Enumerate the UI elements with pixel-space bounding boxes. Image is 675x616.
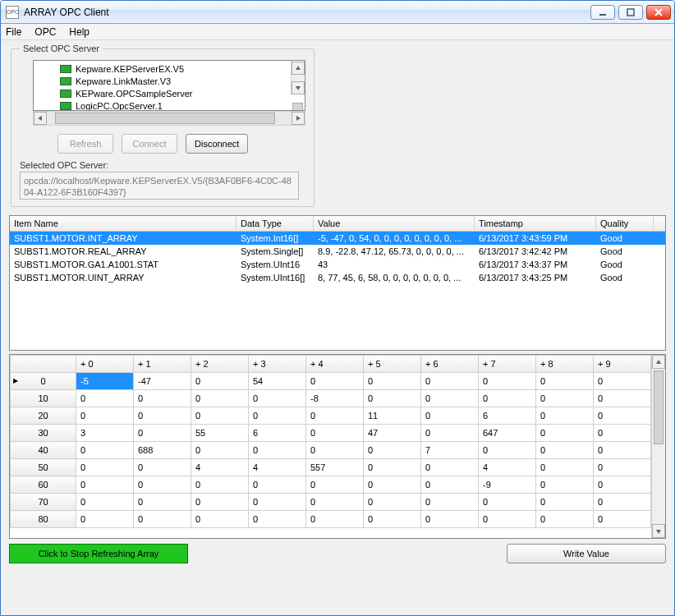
array-cell[interactable]: 0 xyxy=(479,390,536,407)
scroll-up-icon[interactable] xyxy=(292,62,305,75)
array-cell[interactable]: 6 xyxy=(249,425,306,442)
scroll-down-icon[interactable] xyxy=(292,81,305,94)
array-cell[interactable]: -8 xyxy=(306,390,364,407)
array-cell[interactable]: 688 xyxy=(134,442,191,459)
array-cell[interactable]: 0 xyxy=(536,459,594,476)
menu-opc[interactable]: OPC xyxy=(34,26,56,38)
connect-button[interactable]: Connect xyxy=(122,134,177,154)
array-cell[interactable]: 0 xyxy=(191,442,249,459)
array-cell[interactable]: 0 xyxy=(249,511,306,528)
array-cell[interactable]: -9 xyxy=(479,476,536,494)
array-cell[interactable]: 0 xyxy=(421,459,479,476)
array-cell[interactable]: 0 xyxy=(191,390,249,407)
array-cell[interactable]: 0 xyxy=(191,511,249,528)
array-cell[interactable]: 0 xyxy=(364,476,421,494)
array-cell[interactable]: 0 xyxy=(536,425,594,442)
array-cell[interactable]: 0 xyxy=(76,390,134,407)
col-quality[interactable]: Quality xyxy=(596,216,654,231)
item-row[interactable]: SUBST1.MOTOR.UINT_ARRAYSystem.UInt16[]8,… xyxy=(10,271,665,284)
array-row-header[interactable]: 10 xyxy=(11,390,76,407)
array-cell[interactable]: 0 xyxy=(76,494,134,511)
array-cell[interactable]: 0 xyxy=(134,425,191,442)
array-cell[interactable]: 0 xyxy=(364,494,421,511)
array-cell[interactable]: 0 xyxy=(536,407,594,425)
array-row-header[interactable]: 30 xyxy=(11,425,76,442)
array-col-header[interactable]: + 2 xyxy=(191,356,249,373)
array-cell[interactable]: 0 xyxy=(306,373,364,390)
scroll-down-icon[interactable] xyxy=(652,524,665,538)
array-cell[interactable]: 0 xyxy=(364,511,421,528)
toggle-refresh-array-button[interactable]: Click to Stop Refreshing Array xyxy=(9,544,188,563)
array-row[interactable]: 0-5-47054000000 xyxy=(11,373,651,390)
array-cell[interactable]: 47 xyxy=(364,425,421,442)
array-cell[interactable]: 0 xyxy=(594,442,651,459)
array-cell[interactable]: 0 xyxy=(594,407,651,425)
array-cell[interactable]: 0 xyxy=(249,494,306,511)
col-item-name[interactable]: Item Name xyxy=(10,216,236,231)
array-cell[interactable]: 0 xyxy=(306,494,364,511)
array-cell[interactable]: 0 xyxy=(306,511,364,528)
array-cell[interactable]: 0 xyxy=(76,459,134,476)
array-cell[interactable]: 0 xyxy=(134,407,191,425)
array-cell[interactable]: 0 xyxy=(134,494,191,511)
array-cell[interactable]: 0 xyxy=(594,390,651,407)
array-row-header[interactable]: 80 xyxy=(11,511,76,528)
array-cell[interactable]: 4 xyxy=(479,459,536,476)
array-cell[interactable]: -47 xyxy=(134,373,191,390)
array-cell[interactable]: 0 xyxy=(421,494,479,511)
col-timestamp[interactable]: Timestamp xyxy=(475,216,596,231)
array-cell[interactable]: 0 xyxy=(594,476,651,494)
array-cell[interactable]: 0 xyxy=(249,442,306,459)
tree-vertical-scrollbar[interactable] xyxy=(291,62,304,94)
array-cell[interactable]: 0 xyxy=(306,407,364,425)
array-cell[interactable]: 557 xyxy=(306,459,364,476)
array-cell[interactable]: 0 xyxy=(364,459,421,476)
array-cell[interactable]: 0 xyxy=(594,373,651,390)
refresh-button[interactable]: Refresh xyxy=(57,134,113,154)
array-row[interactable]: 100000-800000 xyxy=(11,390,651,407)
array-col-header[interactable]: + 9 xyxy=(594,356,651,373)
array-cell[interactable]: 0 xyxy=(364,442,421,459)
tree-item[interactable]: LogicPC.OpcServer.1 xyxy=(60,99,305,111)
array-col-header[interactable]: + 5 xyxy=(364,356,421,373)
menu-help[interactable]: Help xyxy=(69,26,90,38)
array-cell[interactable]: 0 xyxy=(134,459,191,476)
array-cell[interactable]: 0 xyxy=(191,407,249,425)
menu-file[interactable]: File xyxy=(6,26,21,38)
array-cell[interactable]: 0 xyxy=(536,511,594,528)
scroll-left-icon[interactable] xyxy=(34,112,47,125)
array-row-header[interactable]: 20 xyxy=(11,407,76,425)
array-cell[interactable]: 0 xyxy=(536,476,594,494)
scroll-right-icon[interactable] xyxy=(292,112,305,125)
array-cell[interactable]: 0 xyxy=(536,390,594,407)
tree-item[interactable]: Kepware.LinkMaster.V3 xyxy=(60,75,305,87)
minimize-button[interactable] xyxy=(590,5,615,20)
array-cell[interactable]: 0 xyxy=(536,494,594,511)
array-cell[interactable]: 55 xyxy=(191,425,249,442)
col-data-type[interactable]: Data Type xyxy=(236,216,314,231)
item-row[interactable]: SUBST1.MOTOR.REAL_ARRAYSystem.Single[]8.… xyxy=(10,245,665,258)
array-col-header[interactable]: + 4 xyxy=(306,356,364,373)
tree-item[interactable]: KEPware.OPCSampleServer xyxy=(60,87,305,99)
array-grid[interactable]: + 0+ 1+ 2+ 3+ 4+ 5+ 6+ 7+ 8+ 9 0-5-47054… xyxy=(9,354,666,539)
array-cell[interactable]: 0 xyxy=(134,476,191,494)
write-value-button[interactable]: Write Value xyxy=(507,544,666,563)
array-vertical-scrollbar[interactable] xyxy=(651,355,665,538)
item-row[interactable]: SUBST1.MOTOR.INT_ARRAYSystem.Int16[]-5, … xyxy=(10,232,665,245)
array-cell[interactable]: 0 xyxy=(249,407,306,425)
disconnect-button[interactable]: Disconnect xyxy=(186,134,248,154)
array-col-header[interactable]: + 1 xyxy=(134,356,191,373)
tree-horizontal-scrollbar[interactable] xyxy=(33,111,305,126)
array-cell[interactable]: 7 xyxy=(421,442,479,459)
array-cell[interactable]: 0 xyxy=(306,442,364,459)
array-col-header[interactable]: + 8 xyxy=(536,356,594,373)
array-row-header[interactable]: 0 xyxy=(11,373,76,390)
item-row[interactable]: SUBST1.MOTOR.GA1.A1001.STATSystem.UInt16… xyxy=(10,258,665,271)
array-row-header[interactable]: 50 xyxy=(11,459,76,476)
array-cell[interactable]: 0 xyxy=(364,373,421,390)
array-cell[interactable]: 3 xyxy=(76,425,134,442)
array-col-header[interactable]: + 6 xyxy=(421,356,479,373)
array-row[interactable]: 40068800007000 xyxy=(11,442,651,459)
array-cell[interactable]: 0 xyxy=(191,373,249,390)
array-cell[interactable]: 0 xyxy=(191,476,249,494)
